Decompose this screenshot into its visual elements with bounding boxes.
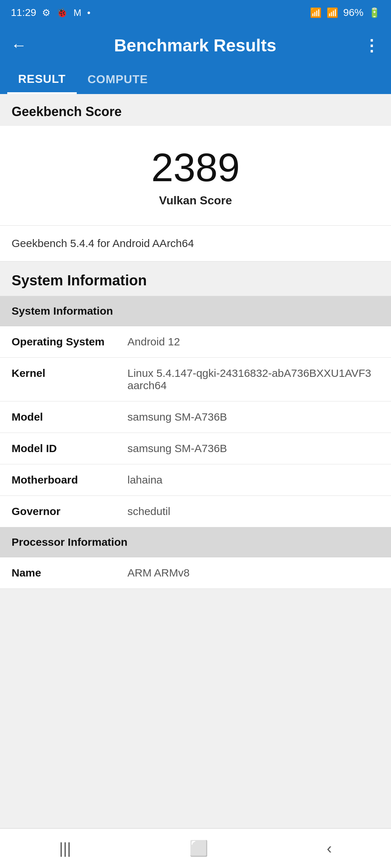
table-row: Model ID samsung SM-A736B [0,433,391,464]
nav-bar: ||| ⬜ ‹ [0,828,391,868]
row-value-os: Android 12 [127,336,379,348]
page-title: Benchmark Results [114,35,276,55]
system-info-header-text: System Information [12,305,113,317]
version-info-text: Geekbench 5.4.4 for Android AArch64 [12,237,194,249]
system-info-table-header: System Information [0,296,391,326]
system-information-title: System Information [12,272,147,288]
table-row: Operating System Android 12 [0,326,391,358]
battery-text: 96% [343,7,363,18]
table-row: Kernel Linux 5.4.147-qgki-24316832-abA73… [0,358,391,401]
row-value-governor: schedutil [127,505,379,518]
row-value-model-id: samsung SM-A736B [127,442,379,455]
table-row: Governor schedutil [0,496,391,527]
settings-icon: ⚙ [42,7,50,18]
table-row: Model samsung SM-A736B [0,401,391,433]
score-value: 2389 [151,148,240,187]
content-area: Geekbench Score 2389 Vulkan Score Geekbe… [0,94,391,589]
row-value-proc-name: ARM ARMv8 [127,567,379,579]
row-value-kernel: Linux 5.4.147-qgki-24316832-abA736BXXU1A… [127,367,379,392]
row-label-motherboard: Motherboard [12,474,127,486]
recents-button[interactable]: ||| [59,840,71,857]
row-value-motherboard: lahaina [127,474,379,486]
score-label: Vulkan Score [159,194,232,207]
dot-icon: • [87,7,91,18]
system-info-table: System Information Operating System Andr… [0,296,391,589]
status-left: 11:29 ⚙ 🐞 M • [11,7,91,18]
tab-result[interactable]: RESULT [7,66,77,94]
back-button[interactable]: ← [11,36,27,54]
row-label-kernel: Kernel [12,367,127,379]
status-bar: 11:29 ⚙ 🐞 M • 📶 📶 96% 🔋 [0,0,391,25]
score-container: 2389 Vulkan Score [0,126,391,226]
row-label-model-id: Model ID [12,442,127,455]
home-button[interactable]: ⬜ [189,839,208,857]
row-label-os: Operating System [12,336,127,348]
geekbench-score-title: Geekbench Score [12,104,122,119]
row-label-proc-name: Name [12,567,127,579]
row-label-model: Model [12,411,127,423]
status-time: 11:29 [11,7,36,18]
battery-icon: 🔋 [369,7,380,18]
tab-compute[interactable]: COMPUTE [77,66,159,94]
gmail-icon: M [73,7,81,18]
bug-icon: 🐞 [56,7,68,18]
back-nav-button[interactable]: ‹ [327,840,332,857]
more-options-button[interactable]: ⋮ [363,36,380,55]
version-info-row: Geekbench 5.4.4 for Android AArch64 [0,226,391,261]
score-section-header: Geekbench Score [0,94,391,126]
wifi-icon: 📶 [310,7,321,18]
system-information-section: System Information [0,261,391,296]
table-row: Name ARM ARMv8 [0,557,391,589]
row-label-governor: Governor [12,505,127,518]
tab-bar: RESULT COMPUTE [0,65,391,94]
app-bar: ← Benchmark Results ⋮ [0,25,391,65]
signal-icon: 📶 [327,7,338,18]
processor-info-table-header: Processor Information [0,527,391,557]
row-value-model: samsung SM-A736B [127,411,379,423]
processor-info-header-text: Processor Information [12,536,127,548]
table-row: Motherboard lahaina [0,464,391,496]
status-right: 📶 📶 96% 🔋 [310,7,380,18]
